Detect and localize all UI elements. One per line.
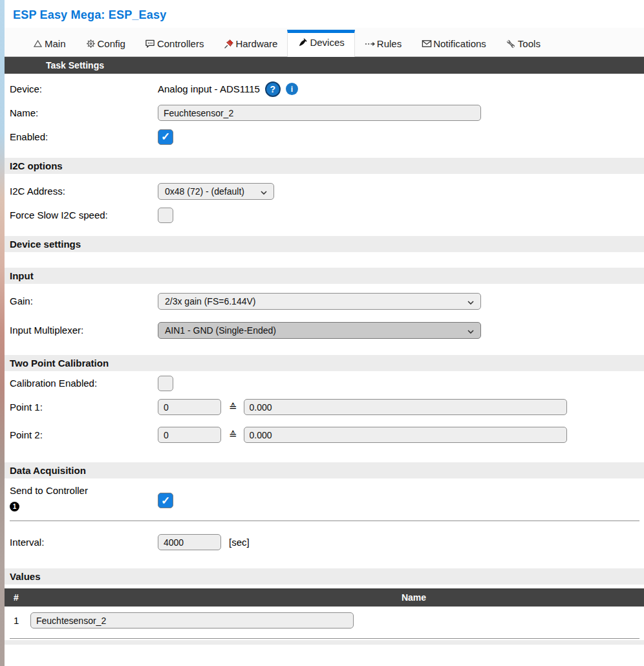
point1-label: Point 1: <box>10 402 158 413</box>
chevron-down-icon <box>467 325 474 336</box>
gain-select[interactable]: 2/3x gain (FS=6.144V) <box>158 293 481 310</box>
calibration-enabled-row: Calibration Enabled: <box>5 371 644 395</box>
tab-main[interactable]: Main <box>23 32 76 56</box>
pushpin-icon <box>223 38 234 49</box>
name-input[interactable] <box>158 105 481 121</box>
interval-unit: [sec] <box>229 537 250 548</box>
tab-bar: Main Config Controllers Hardware Devices <box>5 28 644 57</box>
point2-row: Point 2: ≙ <box>5 423 644 447</box>
dashed-arrow-icon <box>365 38 376 49</box>
i2c-address-label: I2C Address: <box>10 186 158 197</box>
device-label: Device: <box>10 83 158 94</box>
tab-label: Tools <box>518 38 541 49</box>
name-label: Name: <box>10 107 158 118</box>
tab-label: Notifications <box>433 38 486 49</box>
values-col-name: Name <box>184 592 644 603</box>
send-label-text: Send to Controller <box>10 485 88 496</box>
titlebar: ESP Easy Mega: ESP_Easy <box>5 0 644 28</box>
mux-row: Input Multiplexer: AIN1 - GND (Single-En… <box>5 318 644 342</box>
envelope-icon <box>421 38 432 49</box>
force-slow-label: Force Slow I2C speed: <box>10 209 158 220</box>
point1-adc-input[interactable] <box>158 399 221 415</box>
section-device-settings: Device settings <box>5 236 644 252</box>
section-calibration: Two Point Calibration <box>5 355 644 371</box>
calibration-enabled-checkbox[interactable] <box>158 376 173 391</box>
name-row: Name: <box>5 101 644 125</box>
divider <box>10 521 639 521</box>
mux-label: Input Multiplexer: <box>10 325 158 336</box>
controller-1-badge: 1 <box>10 502 19 511</box>
pen-icon <box>297 37 308 48</box>
bottom-section-band <box>5 640 644 645</box>
value-index: 1 <box>14 615 30 626</box>
chevron-down-icon <box>261 186 267 197</box>
tab-label: Devices <box>310 37 344 48</box>
tab-label: Rules <box>377 38 402 49</box>
task-settings-header: Task Settings <box>5 57 644 74</box>
send-to-controller-row: Send to Controller 1 ✓ <box>5 478 644 513</box>
tab-devices[interactable]: Devices <box>287 30 354 57</box>
device-row: Device: Analog input - ADS1115 ? i <box>5 77 644 101</box>
send-to-controller-checkbox[interactable]: ✓ <box>158 493 173 508</box>
tab-tools[interactable]: Tools <box>496 32 550 56</box>
section-i2c-options: I2C options <box>5 158 644 174</box>
tab-hardware[interactable]: Hardware <box>213 32 287 56</box>
mux-select[interactable]: AIN1 - GND (Single-Ended) <box>158 322 481 339</box>
enabled-row: Enabled: ✓ <box>5 125 644 149</box>
section-values: Values <box>5 568 644 585</box>
point2-adc-input[interactable] <box>158 427 221 443</box>
gear-icon <box>85 38 96 49</box>
section-input: Input <box>5 268 644 284</box>
wrench-icon <box>506 38 517 49</box>
point2-label: Point 2: <box>10 429 158 440</box>
section-data-acquisition: Data Acquisition <box>5 462 644 478</box>
page: ESP Easy Mega: ESP_Easy Main Config Cont… <box>5 0 644 666</box>
interval-input[interactable] <box>158 534 221 550</box>
gain-value: 2/3x gain (FS=6.144V) <box>165 296 462 306</box>
values-row: 1 <box>5 607 644 634</box>
interval-row: Interval: [sec] <box>5 530 644 554</box>
gain-row: Gain: 2/3x gain (FS=6.144V) <box>5 289 644 313</box>
chevron-down-icon <box>467 296 474 306</box>
value-name-input[interactable] <box>30 612 354 628</box>
speech-bubble-icon <box>145 38 156 49</box>
point2-value-input[interactable] <box>244 427 567 443</box>
tab-notifications[interactable]: Notifications <box>411 32 496 56</box>
info-icon[interactable]: i <box>286 83 298 95</box>
tab-config[interactable]: Config <box>76 32 135 56</box>
tab-rules[interactable]: Rules <box>355 32 411 56</box>
force-slow-checkbox[interactable] <box>158 208 173 223</box>
gain-label: Gain: <box>10 295 158 306</box>
calibration-enabled-label: Calibration Enabled: <box>10 378 158 389</box>
tab-label: Controllers <box>157 38 204 49</box>
interval-label: Interval: <box>10 537 158 548</box>
device-value: Analog input - ADS1115 <box>158 83 260 94</box>
help-icon[interactable]: ? <box>265 81 281 97</box>
corresponds-symbol: ≙ <box>229 402 237 413</box>
tab-label: Config <box>98 38 125 49</box>
point1-row: Point 1: ≙ <box>5 395 644 419</box>
enabled-label: Enabled: <box>10 131 158 142</box>
home-triangle-icon <box>32 38 43 49</box>
send-to-controller-label: Send to Controller 1 <box>10 481 158 513</box>
i2c-address-select[interactable]: 0x48 (72) - (default) <box>158 183 274 200</box>
enabled-checkbox[interactable]: ✓ <box>158 129 173 145</box>
tab-label: Main <box>45 38 66 49</box>
point1-value-input[interactable] <box>244 399 567 415</box>
corresponds-symbol: ≙ <box>229 429 237 441</box>
tab-controllers[interactable]: Controllers <box>135 32 214 56</box>
page-title: ESP Easy Mega: ESP_Easy <box>13 8 166 21</box>
check-icon: ✓ <box>161 131 170 142</box>
mux-value: AIN1 - GND (Single-Ended) <box>165 325 462 336</box>
device-value-wrap: Analog input - ADS1115 ? i <box>158 81 298 97</box>
check-icon: ✓ <box>161 495 170 506</box>
divider <box>10 638 639 639</box>
values-table-header: # Name <box>5 588 644 607</box>
i2c-address-row: I2C Address: 0x48 (72) - (default) <box>5 179 644 203</box>
tab-label: Hardware <box>235 38 277 49</box>
i2c-address-value: 0x48 (72) - (default) <box>165 186 255 197</box>
values-col-hash: # <box>14 592 19 603</box>
force-slow-row: Force Slow I2C speed: <box>5 203 644 227</box>
